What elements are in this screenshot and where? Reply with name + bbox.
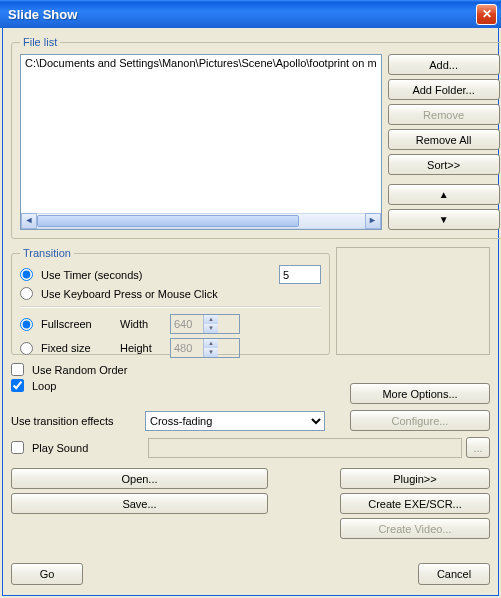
plugin-button[interactable]: Plugin>> bbox=[340, 468, 490, 489]
window-title: Slide Show bbox=[8, 7, 476, 22]
file-list[interactable]: C:\Documents and Settings\Manon\Pictures… bbox=[20, 54, 382, 230]
list-item[interactable]: C:\Documents and Settings\Manon\Pictures… bbox=[21, 55, 381, 71]
chevron-down-icon[interactable]: ▼ bbox=[203, 324, 218, 333]
random-order-checkbox[interactable] bbox=[11, 363, 24, 376]
client-area: File list C:\Documents and Settings\Mano… bbox=[2, 28, 499, 596]
scroll-left-icon[interactable]: ◄ bbox=[21, 213, 37, 229]
fixed-size-label: Fixed size bbox=[41, 342, 91, 354]
add-button[interactable]: Add... bbox=[388, 54, 500, 75]
move-up-button[interactable]: ▲ bbox=[388, 184, 500, 205]
more-options-button[interactable]: More Options... bbox=[350, 383, 490, 404]
file-list-legend: File list bbox=[20, 36, 60, 48]
fullscreen-radio[interactable] bbox=[20, 318, 33, 331]
preview-pane bbox=[336, 247, 490, 355]
play-sound-checkbox[interactable] bbox=[11, 441, 24, 454]
width-label: Width bbox=[120, 318, 170, 330]
close-icon[interactable]: ✕ bbox=[476, 4, 497, 25]
use-keyboard-radio[interactable] bbox=[20, 287, 33, 300]
remove-button[interactable]: Remove bbox=[388, 104, 500, 125]
fixed-size-radio[interactable] bbox=[20, 342, 33, 355]
fullscreen-label: Fullscreen bbox=[41, 318, 92, 330]
sort-button[interactable]: Sort>> bbox=[388, 154, 500, 175]
height-input[interactable] bbox=[171, 339, 203, 357]
width-stepper[interactable]: ▲▼ bbox=[170, 314, 240, 334]
transition-legend: Transition bbox=[20, 247, 74, 259]
go-button[interactable]: Go bbox=[11, 563, 83, 585]
remove-all-button[interactable]: Remove All bbox=[388, 129, 500, 150]
height-stepper[interactable]: ▲▼ bbox=[170, 338, 240, 358]
effects-label: Use transition effects bbox=[11, 415, 141, 427]
sound-path-field bbox=[148, 438, 462, 458]
use-timer-radio[interactable] bbox=[20, 268, 33, 281]
chevron-up-icon[interactable]: ▲ bbox=[203, 339, 218, 348]
chevron-down-icon[interactable]: ▼ bbox=[203, 348, 218, 357]
chevron-up-icon[interactable]: ▲ bbox=[203, 315, 218, 324]
use-keyboard-label: Use Keyboard Press or Mouse Click bbox=[41, 288, 218, 300]
cancel-button[interactable]: Cancel bbox=[418, 563, 490, 585]
loop-label: Loop bbox=[32, 380, 56, 392]
open-button[interactable]: Open... bbox=[11, 468, 268, 489]
browse-sound-button[interactable]: ... bbox=[466, 437, 490, 458]
loop-checkbox[interactable] bbox=[11, 379, 24, 392]
timer-seconds-input[interactable] bbox=[279, 265, 321, 284]
scroll-right-icon[interactable]: ► bbox=[365, 213, 381, 229]
width-input[interactable] bbox=[171, 315, 203, 333]
horizontal-scrollbar[interactable]: ◄ ► bbox=[21, 213, 381, 229]
configure-button[interactable]: Configure... bbox=[350, 410, 490, 431]
move-down-button[interactable]: ▼ bbox=[388, 209, 500, 230]
height-label: Height bbox=[120, 342, 170, 354]
transition-effects-select[interactable]: Cross-fading bbox=[145, 411, 325, 431]
scroll-thumb[interactable] bbox=[37, 215, 299, 227]
use-timer-label: Use Timer (seconds) bbox=[41, 269, 142, 281]
scroll-track[interactable] bbox=[37, 213, 365, 229]
random-order-label: Use Random Order bbox=[32, 364, 127, 376]
create-exe-button[interactable]: Create EXE/SCR... bbox=[340, 493, 490, 514]
title-bar: Slide Show ✕ bbox=[0, 0, 501, 28]
transition-group: Transition Use Timer (seconds) Use Keybo… bbox=[11, 247, 330, 355]
add-folder-button[interactable]: Add Folder... bbox=[388, 79, 500, 100]
file-list-group: File list C:\Documents and Settings\Mano… bbox=[11, 36, 501, 239]
create-video-button[interactable]: Create Video... bbox=[340, 518, 490, 539]
play-sound-label: Play Sound bbox=[32, 442, 144, 454]
save-button[interactable]: Save... bbox=[11, 493, 268, 514]
